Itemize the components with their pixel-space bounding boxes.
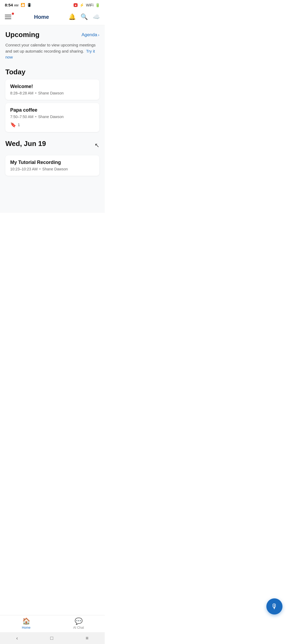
meeting-title-welcome: Welcome!: [10, 84, 95, 89]
meeting-time-papa-coffee: 7:50–7:50 AM: [10, 115, 33, 119]
bookmark-icon[interactable]: 🔖: [10, 122, 16, 128]
upcoming-section: Upcoming Agenda › Connect your calendar …: [5, 31, 99, 60]
wed-jun-19-title: Wed, Jun 19: [5, 140, 46, 148]
upload-icon[interactable]: ☁️: [93, 13, 100, 20]
dot-separator-2: •: [35, 114, 37, 119]
page-title: Home: [34, 14, 49, 20]
battery-icon: 🔋: [95, 3, 100, 7]
cursor-indicator: ↖: [95, 142, 99, 149]
meeting-card-welcome[interactable]: Welcome! 8:28–8:28 AM • Shane Dawson: [5, 79, 99, 100]
top-nav: Home 🔔 🔍 ☁️: [0, 9, 105, 25]
status-bar: 8:54 AM 🎦 📳 ● ⚡ WiFi 🔋: [0, 0, 105, 9]
meeting-host-papa-coffee: Shane Dawson: [38, 115, 64, 119]
today-section: Today Welcome! 8:28–8:28 AM • Shane Daws…: [5, 68, 99, 132]
meeting-host-welcome: Shane Dawson: [38, 91, 64, 95]
wifi-icon: WiFi: [86, 3, 93, 7]
video-icon: 🎦: [21, 3, 25, 7]
meeting-actions-papa-coffee: 🔖 1: [10, 122, 95, 128]
dot-separator-3: •: [39, 167, 41, 171]
upcoming-header: Upcoming Agenda ›: [5, 31, 99, 39]
meeting-meta-tutorial: 10:23–10:23 AM • Shane Dawson: [10, 167, 95, 171]
menu-button[interactable]: [5, 12, 15, 22]
bluetooth-icon: ⚡: [79, 3, 84, 7]
menu-notification-dot: [12, 13, 14, 15]
today-title: Today: [5, 68, 26, 76]
status-time: 8:54 AM: [5, 3, 19, 7]
meeting-host-tutorial: Shane Dawson: [42, 167, 68, 171]
dot-separator: •: [35, 91, 37, 96]
agenda-link[interactable]: Agenda ›: [81, 32, 99, 38]
meeting-time-tutorial: 10:23–10:23 AM: [10, 167, 38, 171]
vibrate-icon: 📳: [27, 3, 31, 7]
record-indicator: ●: [74, 3, 78, 7]
meeting-card-papa-coffee[interactable]: Papa coffee 7:50–7:50 AM • Shane Dawson …: [5, 103, 99, 132]
bookmark-count: 1: [18, 122, 20, 127]
search-icon[interactable]: 🔍: [81, 13, 88, 20]
main-content: Upcoming Agenda › Connect your calendar …: [0, 25, 105, 213]
meeting-card-tutorial[interactable]: My Tutorial Recording 10:23–10:23 AM • S…: [5, 155, 99, 176]
meeting-title-papa-coffee: Papa coffee: [10, 107, 95, 113]
nav-actions: 🔔 🔍 ☁️: [68, 13, 100, 20]
meeting-meta-papa-coffee: 7:50–7:50 AM • Shane Dawson: [10, 114, 95, 119]
meeting-time-welcome: 8:28–8:28 AM: [10, 91, 33, 95]
today-header: Today: [5, 68, 99, 76]
notification-bell-icon[interactable]: 🔔: [68, 13, 76, 20]
upcoming-description: Connect your calendar to view upcoming m…: [5, 42, 99, 60]
meeting-title-tutorial: My Tutorial Recording: [10, 160, 95, 165]
meeting-meta-welcome: 8:28–8:28 AM • Shane Dawson: [10, 91, 95, 96]
upcoming-title: Upcoming: [5, 31, 39, 39]
wed-jun-19-section: Wed, Jun 19 ↖ My Tutorial Recording 10:2…: [5, 140, 99, 176]
chevron-right-icon: ›: [98, 32, 99, 37]
